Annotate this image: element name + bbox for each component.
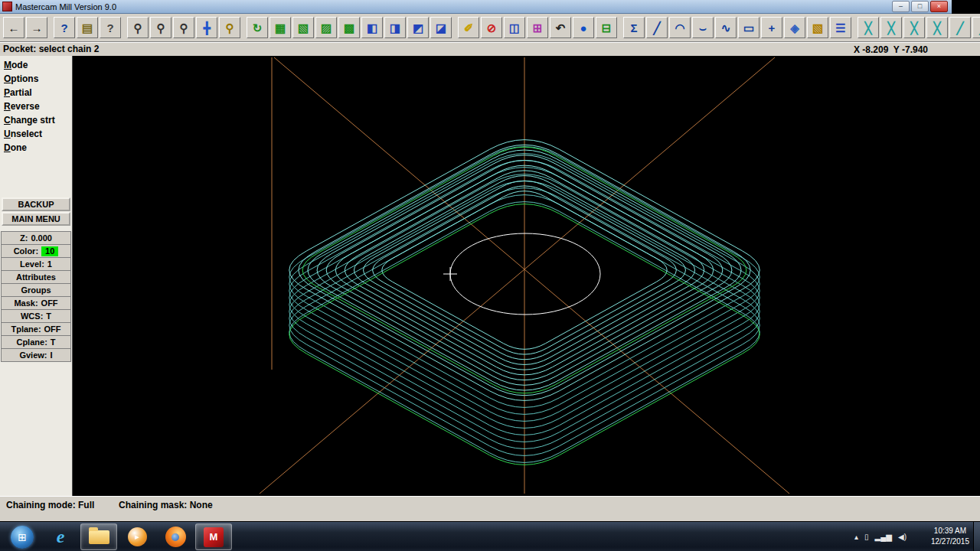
toolpaths-list-button[interactable]: ☰ (830, 17, 851, 38)
sidebar-status: Z:0.000Color:10Level:1AttributesGroupsMa… (1, 231, 71, 362)
trim-break-button[interactable]: ╳ (858, 17, 879, 38)
status-groups[interactable]: Groups (2, 284, 70, 297)
zoom-selected-button[interactable]: ⚲ (219, 17, 240, 38)
menu-item-change-strt[interactable]: Change strt (0, 113, 72, 127)
backup-button[interactable]: BACKUP (2, 197, 70, 211)
context-help-button[interactable]: ? (100, 17, 121, 38)
firefox-taskbar-button[interactable] (157, 523, 194, 550)
unzoom-button[interactable]: ╋ (196, 17, 217, 38)
gview-top-icon: ▦ (275, 22, 286, 34)
screen-next-menu-icon: ◫ (509, 22, 520, 34)
analyze-button[interactable]: ◈ (784, 17, 805, 38)
create-point-button[interactable]: + (761, 17, 782, 38)
cplane-top-button[interactable]: ◧ (361, 17, 383, 38)
graphics-area[interactable] (73, 56, 980, 496)
create-line-button[interactable]: ╱ (646, 17, 668, 38)
status-z[interactable]: Z:0.000 (2, 232, 70, 245)
internet-explorer-taskbar-button[interactable]: e (42, 523, 79, 550)
create-arc-button[interactable]: ◠ (669, 17, 691, 38)
close-arc-button[interactable]: ╱ (972, 17, 980, 38)
zoom-fit-button[interactable]: ⚲ (150, 17, 172, 38)
close-button[interactable]: × (930, 1, 948, 12)
network-tray-icon[interactable]: ▂▄▆ (875, 533, 892, 541)
render-icon: ● (580, 22, 586, 34)
maximize-button[interactable]: □ (911, 1, 929, 12)
gview-front-button[interactable]: ▧ (292, 17, 314, 38)
forward-arrow-button[interactable]: → (26, 17, 47, 38)
notepad-icon: ▤ (82, 22, 93, 34)
action-center-tray-icon[interactable]: ▯ (864, 533, 869, 541)
zoom-selected-icon: ⚲ (226, 22, 234, 34)
create-spline-button[interactable]: ∿ (715, 17, 737, 38)
volume-tray-icon[interactable]: ◀) (898, 533, 906, 541)
toolpaths-list-icon: ☰ (835, 22, 845, 34)
break-segments-button[interactable]: ╱ (949, 17, 971, 38)
internet-explorer-icon: e (57, 527, 65, 547)
status-mask[interactable]: Mask:OFF (2, 297, 70, 310)
calculator-sigma-button[interactable]: Σ (623, 17, 645, 38)
trim-extend-button[interactable]: ╳ (903, 17, 925, 38)
cplane-front-button[interactable]: ◨ (384, 17, 406, 38)
main-menu-button[interactable]: MAIN MENU (2, 212, 70, 226)
minimize-button[interactable]: – (892, 1, 910, 12)
sidebar: ModeOptionsPartialReverseChange strtUnse… (0, 56, 73, 496)
create-fillet-icon: ⌣ (699, 22, 707, 34)
create-fillet-button[interactable]: ⌣ (692, 17, 714, 38)
mastercam-taskbar-button[interactable]: M (195, 523, 232, 550)
menu-item-reverse[interactable]: Reverse (0, 99, 72, 113)
status-gview[interactable]: Gview:I (2, 349, 70, 362)
menu-item-partial[interactable]: Partial (0, 86, 72, 99)
status-cplane[interactable]: Cplane:T (2, 336, 70, 349)
screen-options-button[interactable]: ⊞ (527, 17, 548, 38)
taskbar: ⊞e▸M ▴▯▂▄▆◀) 10:39 AM 12/27/2015 (0, 521, 980, 551)
cplane-3d-button[interactable]: ◪ (430, 17, 452, 38)
screen-viewports-button[interactable]: ⊟ (596, 17, 617, 38)
create-rectangle-button[interactable]: ▭ (738, 17, 760, 38)
toolbar: ←→?▤?⚲⚲⚲╋⚲↻▦▧▨▩◧◨◩◪✐⊘◫⊞↶●⊟Σ╱◠⌣∿▭+◈▧☰╳╳╳╳… (0, 14, 980, 42)
status-wcs[interactable]: WCS:T (2, 310, 70, 323)
cplane-side-button[interactable]: ◩ (407, 17, 429, 38)
gview-dynamic-button[interactable]: ↻ (247, 17, 268, 38)
gview-top-button[interactable]: ▦ (270, 17, 291, 38)
trim-multi-button[interactable]: ╳ (926, 17, 948, 38)
undo-button[interactable]: ↶ (550, 17, 571, 38)
status-attributes[interactable]: Attributes (2, 271, 70, 284)
status-label: Groups (21, 285, 51, 295)
unzoom-icon: ╋ (203, 22, 210, 34)
start-taskbar-button[interactable]: ⊞ (4, 523, 41, 550)
status-value: T (46, 311, 51, 321)
gview-isometric-button[interactable]: ▩ (338, 17, 360, 38)
create-point-icon: + (769, 22, 776, 34)
menu-item-unselect[interactable]: Unselect (0, 127, 72, 141)
taskbar-clock[interactable]: 10:39 AM 12/27/2015 (931, 526, 969, 547)
help-button[interactable]: ? (54, 17, 75, 38)
analyze-icon: ◈ (790, 22, 799, 34)
zoom-window-button[interactable]: ⚲ (127, 17, 149, 38)
status-color[interactable]: Color:10 (2, 245, 70, 258)
status-value: 10 (41, 246, 58, 256)
delete-icon: ✐ (464, 22, 474, 34)
media-player-taskbar-button[interactable]: ▸ (119, 523, 155, 550)
menu-item-mode[interactable]: Mode (0, 58, 72, 72)
break-segments-icon: ╱ (956, 22, 963, 34)
status-level[interactable]: Level:1 (2, 258, 70, 271)
delete-button[interactable]: ✐ (458, 17, 479, 38)
gview-side-icon: ▨ (321, 22, 332, 34)
show-desktop-button[interactable] (973, 522, 980, 551)
render-button[interactable]: ● (573, 17, 594, 38)
create-line-icon: ╱ (653, 22, 660, 34)
windows-explorer-taskbar-button[interactable] (80, 523, 117, 550)
trim-divide-button[interactable]: ╳ (880, 17, 902, 38)
solids-button[interactable]: ▧ (807, 17, 828, 38)
status-tplane[interactable]: Tplane:OFF (2, 323, 70, 336)
menu-item-done[interactable]: Done (0, 141, 72, 155)
menu-item-options[interactable]: Options (0, 72, 72, 86)
zoom-previous-button[interactable]: ⚲ (173, 17, 194, 38)
screen-next-menu-button[interactable]: ◫ (504, 17, 525, 38)
notepad-button[interactable]: ▤ (77, 17, 98, 38)
back-arrow-button[interactable]: ← (3, 17, 24, 38)
gview-side-button[interactable]: ▨ (315, 17, 337, 38)
show-hidden-icons-tray-icon[interactable]: ▴ (854, 533, 858, 541)
undelete-disabled-button[interactable]: ⊘ (481, 17, 502, 38)
status-label: Gview: (19, 350, 47, 360)
